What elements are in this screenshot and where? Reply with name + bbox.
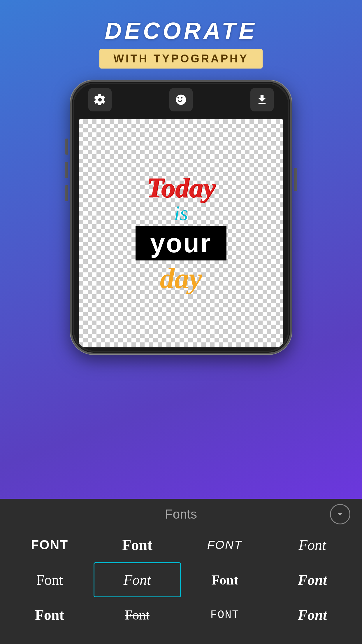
font-item-5[interactable]: Font — [6, 562, 94, 597]
font-label-4: Font — [299, 536, 326, 553]
font-label-9: Font — [35, 606, 64, 623]
fonts-header: Fonts — [0, 499, 362, 527]
phone-button-power — [294, 168, 297, 191]
font-item-10[interactable]: Font — [94, 597, 181, 632]
canvas-text-your-wrap: your — [136, 226, 226, 260]
subtitle-badge: WITH TYPOGRAPHY — [99, 49, 263, 69]
top-toolbar — [74, 84, 288, 116]
canvas-area[interactable]: Today is your day — [79, 119, 283, 347]
gear-icon — [94, 94, 106, 106]
font-item-1[interactable]: FONT — [6, 527, 94, 562]
fonts-label: Fonts — [165, 507, 197, 522]
canvas-text-today: Today — [147, 174, 215, 202]
settings-button[interactable] — [88, 88, 112, 111]
font-label-6: Font — [124, 571, 151, 588]
fonts-panel: Fonts FONT Font FONT Font Font Font Font — [0, 499, 362, 644]
font-label-5: Font — [36, 571, 63, 588]
emoji-icon — [175, 94, 187, 106]
header-area: DECORATE WITH TYPOGRAPHY — [99, 18, 263, 69]
phone-interior: Today is your day — [74, 84, 288, 351]
download-button[interactable] — [250, 88, 274, 111]
canvas-text-day: day — [160, 264, 202, 293]
font-item-12[interactable]: Font — [269, 597, 356, 632]
phone-mockup: Today is your day — [70, 80, 292, 354]
font-label-12: Font — [298, 606, 327, 623]
font-item-11[interactable]: FONT — [181, 597, 269, 632]
font-label-3: FONT — [207, 538, 242, 552]
font-item-2[interactable]: Font — [94, 527, 181, 562]
collapse-button[interactable] — [330, 504, 350, 524]
font-item-3[interactable]: FONT — [181, 527, 269, 562]
font-label-2: Font — [122, 536, 152, 554]
phone-button-vol-down — [65, 185, 68, 201]
download-icon — [256, 94, 268, 106]
font-label-10: Font — [125, 607, 150, 623]
phone-frame: Today is your day — [70, 80, 292, 354]
font-item-7[interactable]: Font — [181, 562, 269, 597]
font-item-9[interactable]: Font — [6, 597, 94, 632]
font-item-6[interactable]: Font — [94, 562, 181, 597]
font-label-7: Font — [211, 572, 238, 588]
canvas-text-your: your — [150, 230, 212, 256]
phone-button-vol-up — [65, 162, 68, 178]
font-label-8: Font — [298, 571, 327, 588]
fonts-grid: FONT Font FONT Font Font Font Font Font … — [0, 527, 362, 644]
phone-button-mute — [65, 139, 68, 155]
font-label-11: FONT — [210, 609, 239, 621]
canvas-text-is: is — [174, 203, 188, 224]
subtitle-text: WITH TYPOGRAPHY — [113, 52, 249, 65]
font-item-8[interactable]: Font — [269, 562, 356, 597]
font-item-4[interactable]: Font — [269, 527, 356, 562]
font-label-1: FONT — [31, 538, 68, 552]
chevron-down-icon — [335, 509, 345, 519]
main-title: DECORATE — [105, 18, 257, 44]
emoji-button[interactable] — [169, 88, 193, 111]
